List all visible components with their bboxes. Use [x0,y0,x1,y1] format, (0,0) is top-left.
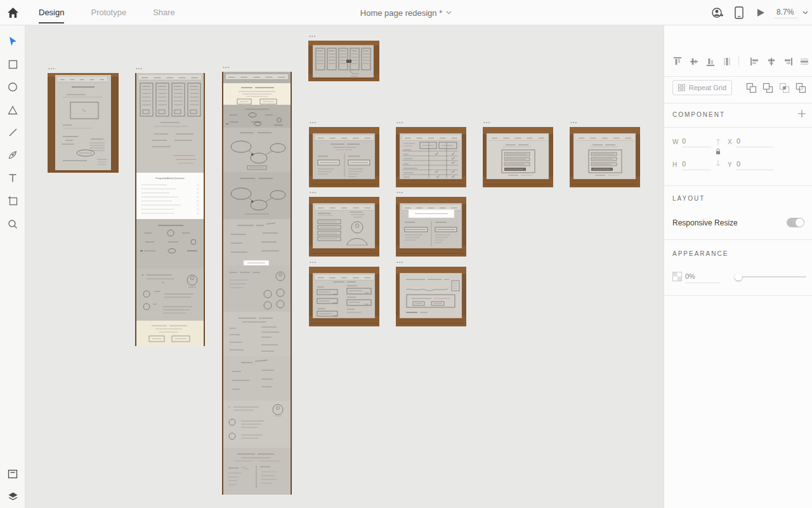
top-bar: Design Prototype Share Home page redesig… [0,0,812,25]
text-icon [8,173,17,183]
tools-sidebar [0,25,25,508]
height-input[interactable]: 0 [682,160,711,170]
zoom-tool[interactable] [0,213,25,236]
align-left-button[interactable] [749,56,761,67]
artboard-title[interactable]: ... [396,118,403,124]
artboard[interactable]: ... [396,197,466,257]
boolean-intersect-button[interactable] [778,82,790,93]
design-canvas[interactable]: .........Frequently Asked Questions.....… [25,25,664,508]
polygon-tool[interactable] [0,98,25,121]
align-top-button[interactable] [672,56,683,67]
artboard-title[interactable]: ... [570,118,577,124]
align-right-icon [783,57,793,67]
chevron-down-icon [802,11,808,15]
add-component-button[interactable] [796,108,808,119]
y-label: Y [728,161,732,168]
align-bottom-button[interactable] [705,56,716,67]
zoom-level-input[interactable]: 8.7% [774,7,798,18]
opacity-input[interactable]: 0% [685,272,721,283]
zoom-dropdown-button[interactable] [798,0,812,25]
boolean-exclude-button[interactable] [795,82,806,93]
align-left-icon [750,57,760,67]
artboard-title[interactable]: ... [310,188,317,194]
artboard-title[interactable]: ... [309,32,316,38]
artboard-content-sketch-photo [570,127,640,187]
rectangle-tool[interactable] [0,53,25,76]
artboard[interactable]: ... [309,197,379,257]
invite-user-icon [711,7,724,18]
align-middle-icon [689,57,699,67]
artboard[interactable]: ... [222,72,292,495]
preview-play-button[interactable] [750,0,771,25]
distribute-horizontal-button[interactable] [799,56,810,67]
magnifier-icon [8,219,18,229]
toggle-knob [796,218,804,227]
select-tool[interactable] [0,30,25,53]
plus-icon [797,109,806,118]
artboard-content-sketch-photo [308,41,379,81]
align-right-button[interactable] [782,56,794,67]
align-center-button[interactable] [766,56,777,67]
responsive-resize-toggle[interactable] [787,218,804,227]
width-label: W [672,138,678,145]
distribute-vertical-button[interactable] [721,56,733,67]
text-tool[interactable] [0,166,25,189]
artboard[interactable]: ... [309,267,379,326]
artboard-content-sketch-photo [483,127,553,187]
artboard-content-sketch-photo [396,127,466,187]
tab-design[interactable]: Design [39,0,64,25]
artboard-title[interactable]: ... [483,118,490,124]
layers-panel[interactable] [0,485,25,508]
layout-section-header: LAYOUT [672,195,705,202]
tab-share-label: Share [153,8,175,17]
ellipse-tool[interactable] [0,76,25,98]
align-top-icon [672,57,683,67]
opacity-checker-icon [672,272,682,281]
tab-prototype[interactable]: Prototype [91,0,126,25]
width-input[interactable]: 0 [682,137,711,147]
artboard[interactable]: ... [308,41,379,81]
artboard[interactable]: ... [570,127,640,187]
share-user-button[interactable] [707,0,728,25]
artboard-content-sketch-photo [222,72,292,495]
device-preview-button[interactable] [728,0,750,25]
assets-icon [8,469,18,479]
artboard-title[interactable]: ... [310,118,317,124]
x-input[interactable]: 0 [737,137,773,147]
artboard[interactable]: ... [48,73,119,173]
artboard-title[interactable]: ... [48,64,55,70]
artboard-title[interactable]: ... [223,63,230,69]
artboard[interactable]: ... [483,127,553,187]
artboard[interactable]: ... [396,127,466,187]
document-title[interactable]: Home page redesign * [360,8,452,18]
line-tool[interactable] [0,121,25,144]
tab-share[interactable]: Share [153,0,175,25]
artboard[interactable]: ...Frequently Asked Questions [135,73,205,346]
home-button[interactable] [0,0,25,25]
mobile-preview-icon [735,6,743,19]
ellipse-icon [8,82,18,92]
artboard-content-sketch-photo [396,267,466,326]
artboard[interactable]: ... [309,127,379,187]
opacity-slider-knob[interactable] [735,273,742,281]
opacity-swatch[interactable] [671,271,683,282]
artboard-title[interactable]: ... [136,64,143,70]
home-icon [7,7,19,18]
assets-panel[interactable] [0,462,25,485]
artboard-tool[interactable] [0,189,25,212]
tab-design-label: Design [39,8,64,17]
artboard-title[interactable]: ... [310,258,317,264]
distribute-vertical-icon [722,57,732,67]
line-icon [8,128,18,137]
y-input[interactable]: 0 [737,160,773,170]
boolean-add-button[interactable] [745,82,757,93]
artboard-title[interactable]: ... [396,258,403,264]
repeat-grid-button[interactable]: Repeat Grid [672,80,732,95]
artboard-title[interactable]: ... [396,188,403,194]
align-middle-button[interactable] [688,56,700,67]
lock-aspect-ratio-button[interactable] [712,136,724,169]
boolean-subtract-button[interactable] [762,82,773,93]
opacity-slider[interactable] [735,276,806,277]
artboard[interactable]: ... [396,267,466,326]
pen-tool[interactable] [0,144,25,166]
